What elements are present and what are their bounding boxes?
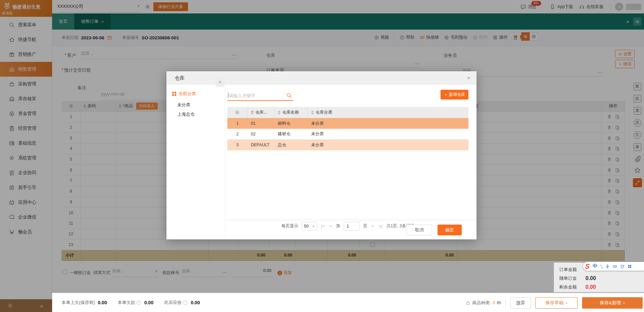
- warehouse-row-01[interactable]: 101材料仓未分类: [227, 118, 468, 129]
- sku-label: 商品种类:: [472, 300, 491, 306]
- warehouse-cell-name: 建材仓: [274, 129, 308, 140]
- save-draft-label: 保存草稿: [545, 300, 564, 306]
- sku-unit: 种: [497, 300, 501, 306]
- modal-title: 仓库: [175, 75, 185, 81]
- prev-debt-label: 本单上欠(保存前): [62, 300, 95, 306]
- header-label: 仓库分类: [315, 110, 332, 115]
- divider: [505, 300, 506, 306]
- keyboard-icon[interactable]: [613, 264, 617, 269]
- warehouse-cell-code: 01: [248, 118, 274, 129]
- header-label: 仓库...: [255, 110, 267, 115]
- debt-label: 本单欠款: [118, 300, 135, 306]
- order-amount-label: 订单金额: [559, 267, 585, 273]
- debt-summary: 本单上欠(保存前) 0.00 本单欠款 i 0.00 此后应收 i 0.00: [62, 300, 208, 306]
- remaining-label: 剩余金额: [559, 284, 585, 290]
- remaining-row: 剩余金额 0.00: [559, 283, 644, 291]
- text-cursor: [228, 93, 228, 98]
- prev-debt-value: 0.00: [98, 300, 107, 305]
- modal-header: 仓库 ×: [166, 71, 477, 85]
- category-panel: 全部分类 未分类上海总仓: [166, 85, 225, 239]
- grid-icon: [172, 92, 176, 96]
- deposit-label: 随单订金: [559, 275, 585, 281]
- warehouse-header-cell: 仓库分类: [308, 107, 468, 118]
- header-label: 仓库名称: [282, 110, 299, 115]
- menu-grid-icon[interactable]: [628, 264, 632, 269]
- modal-footer: 取消 确定: [225, 220, 477, 239]
- remaining-value: 0.00: [585, 284, 596, 290]
- deposit-row: 随单订金 0.00: [559, 274, 644, 283]
- save-and-new-button[interactable]: 保存&新增 ∧: [582, 297, 643, 309]
- panel-collapse-icon[interactable]: «: [216, 77, 224, 87]
- discard-label: 放弃: [516, 300, 525, 306]
- category-all[interactable]: 全部分类: [172, 91, 196, 97]
- cancel-button[interactable]: 取消: [407, 225, 432, 235]
- ime-punct-toggle[interactable]: ’,: [600, 264, 602, 269]
- debt-value: 0.00: [144, 300, 153, 305]
- warehouse-row-02[interactable]: 202建材仓未分类: [227, 129, 468, 140]
- category-list: 未分类上海总仓: [177, 102, 195, 117]
- save-draft-button[interactable]: 保存草稿 ∧: [535, 297, 578, 309]
- category-all-label: 全部分类: [179, 91, 196, 97]
- modal-body: 请输入关键字 ＋ 新增仓库 仓库...仓库名称仓库分类 101材料仓未分类202…: [225, 85, 477, 239]
- warehouse-cell-code: 02: [248, 129, 274, 140]
- close-icon[interactable]: ×: [467, 75, 470, 82]
- info-icon: i: [183, 301, 187, 305]
- after-receivable-value: 0.00: [191, 300, 200, 305]
- info-icon: i: [137, 301, 141, 305]
- warehouse-header-cell: 仓库名称: [274, 107, 308, 118]
- chevron-up-icon: ∧: [623, 301, 625, 305]
- search-input[interactable]: 请输入关键字: [227, 91, 293, 101]
- deposit-value: 0.00: [585, 275, 596, 281]
- chevron-up-icon: ∧: [566, 301, 568, 305]
- category-item[interactable]: 未分类: [177, 102, 195, 108]
- sku-count-value: 0: [493, 300, 495, 305]
- ime-lang-toggle[interactable]: 中: [593, 263, 597, 269]
- sku-count: 商品种类: 0 种: [466, 300, 501, 306]
- category-item[interactable]: 上海总仓: [177, 111, 195, 117]
- sort-icon[interactable]: [278, 111, 280, 115]
- confirm-button[interactable]: 确定: [438, 225, 462, 235]
- warehouse-cell-code: DEFAULT: [248, 140, 274, 150]
- warehouse-header-cell: [227, 107, 248, 118]
- new-warehouse-button[interactable]: ＋ 新增仓库: [441, 90, 468, 100]
- search-placeholder: 请输入关键字: [229, 93, 255, 99]
- warehouse-header-cell: 仓库...: [248, 107, 274, 118]
- bottom-action-bar: 本单上欠(保存前) 0.00 本单欠款 i 0.00 此后应收 i 0.00 商…: [52, 293, 644, 312]
- discard-button[interactable]: 放弃: [510, 297, 531, 309]
- warehouse-table-header: 仓库...仓库名称仓库分类: [227, 107, 468, 118]
- warehouse-cell-num: 3: [227, 140, 248, 150]
- warehouse-cell-cat: 未分类: [308, 118, 468, 129]
- warehouse-cell-name: 总仓: [274, 140, 308, 150]
- sort-icon[interactable]: [251, 111, 254, 115]
- warehouse-table: 仓库...仓库名称仓库分类 101材料仓未分类202建材仓未分类3DEFAULT…: [227, 107, 468, 150]
- ime-toolbar: S 中 ’,: [583, 262, 644, 271]
- sort-icon[interactable]: [311, 111, 314, 115]
- search-icon[interactable]: [286, 92, 292, 98]
- warehouse-cell-cat: 未分类: [308, 140, 468, 150]
- warehouse-cell-num: 1: [227, 118, 248, 129]
- warehouse-cell-name: 材料仓: [274, 118, 308, 129]
- warehouse-cell-num: 2: [227, 129, 248, 140]
- warehouse-table-body: 101材料仓未分类202建材仓未分类3DEFAULT总仓未分类: [227, 118, 468, 150]
- mic-icon[interactable]: [605, 264, 610, 269]
- warehouse-row-DEFAULT[interactable]: 3DEFAULT总仓未分类: [227, 140, 468, 150]
- skin-icon[interactable]: [620, 264, 624, 269]
- bottom-actions: 商品种类: 0 种 放弃 保存草稿 ∧ 保存&新增 ∧: [466, 293, 643, 312]
- warehouse-cell-cat: 未分类: [308, 129, 468, 140]
- goods-icon: [466, 301, 470, 305]
- after-receivable-label: 此后应收: [164, 300, 182, 306]
- gear-icon[interactable]: [235, 110, 240, 115]
- warehouse-modal: 仓库 × 全部分类 未分类上海总仓 « 请输入关键字 ＋ 新增仓库 仓库...仓…: [166, 71, 477, 239]
- save-and-new-label: 保存&新增: [600, 300, 621, 306]
- sogou-logo: S: [585, 263, 590, 270]
